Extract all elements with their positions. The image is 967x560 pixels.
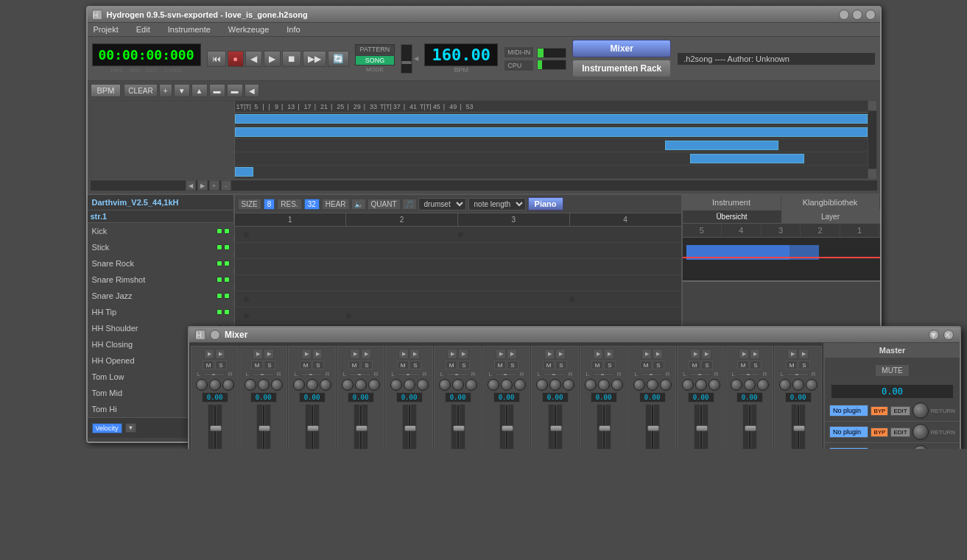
piano-button[interactable]: Piano xyxy=(528,197,563,210)
ch-knob-2[interactable] xyxy=(501,379,513,391)
ch-m-btn[interactable]: M xyxy=(591,361,603,369)
bpm-button[interactable]: BPM xyxy=(91,84,122,97)
ch-m-btn[interactable]: M xyxy=(543,361,555,369)
plugin-edit-3[interactable]: EDIT xyxy=(890,449,910,450)
ch-s-btn[interactable]: S xyxy=(361,361,373,369)
transport-stop[interactable]: ⏹ xyxy=(282,51,301,67)
ch-m-btn[interactable]: M xyxy=(640,361,652,369)
ch-knob-1[interactable] xyxy=(536,379,548,391)
mixer-close[interactable]: ✕ xyxy=(943,330,954,340)
ch-fader[interactable] xyxy=(451,404,465,449)
ch-m-btn[interactable]: M xyxy=(737,361,749,369)
scroll-zoom-out[interactable]: - xyxy=(221,180,231,191)
plugin-edit-1[interactable]: EDIT xyxy=(890,406,910,416)
ch-knob-2[interactable] xyxy=(306,379,318,391)
ch-btn-1[interactable]: ▶ xyxy=(544,349,555,359)
ch-knob-1[interactable] xyxy=(633,379,645,391)
ch-fader[interactable] xyxy=(742,404,757,449)
pattern-mode-btn[interactable]: PATTERN xyxy=(355,44,395,54)
ch-knob-3[interactable] xyxy=(611,379,623,391)
ch-s-btn[interactable]: S xyxy=(555,361,567,369)
ch-s-btn[interactable]: S xyxy=(507,361,518,369)
ch-knob-2[interactable] xyxy=(792,379,804,391)
transport-play[interactable]: ▶ xyxy=(264,51,281,67)
ch-knob-2[interactable] xyxy=(452,379,464,391)
mixer-minimize[interactable] xyxy=(210,330,220,340)
ch-knob-1[interactable] xyxy=(682,379,694,391)
ch-btn-1[interactable]: ▶ xyxy=(301,349,312,359)
ch-fader[interactable] xyxy=(645,404,660,449)
ch-fader[interactable] xyxy=(305,404,320,449)
ch-btn-2[interactable]: ▶ xyxy=(701,349,711,359)
menu-werkzeuge[interactable]: Werkzeuge xyxy=(225,24,272,35)
ch-knob-2[interactable] xyxy=(695,379,707,391)
line-button[interactable]: ▬ xyxy=(209,84,225,97)
ch-knob-2[interactable] xyxy=(209,379,221,391)
plugin-edit-2[interactable]: EDIT xyxy=(890,428,910,437)
line2-button[interactable]: ▬ xyxy=(227,84,243,97)
ch-btn-2[interactable]: ▶ xyxy=(750,349,760,359)
ch-btn-1[interactable]: ▶ xyxy=(641,349,652,359)
ch-m-btn[interactable]: M xyxy=(494,361,506,369)
ch-knob-1[interactable] xyxy=(390,379,402,391)
ch-btn-1[interactable]: ▶ xyxy=(496,349,506,359)
ch-knob-1[interactable] xyxy=(439,379,451,391)
menu-instrumente[interactable]: Instrumente xyxy=(165,24,214,35)
mixer-dropdown[interactable]: ▼ xyxy=(929,330,939,340)
plugin-byp-1[interactable]: BYP xyxy=(871,406,888,416)
ch-btn-2[interactable]: ▶ xyxy=(215,349,225,359)
ch-s-btn[interactable]: S xyxy=(604,361,616,369)
velocity-label[interactable]: Velocity xyxy=(92,423,122,433)
tab-instrument[interactable]: Instrument xyxy=(683,195,781,210)
maximize-button[interactable] xyxy=(852,10,862,20)
transport-back[interactable]: ◀ xyxy=(245,51,262,67)
add-button[interactable]: + xyxy=(159,84,172,97)
ch-btn-2[interactable]: ▶ xyxy=(507,349,517,359)
ch-s-btn[interactable]: S xyxy=(701,361,713,369)
transport-loop[interactable]: 🔄 xyxy=(328,51,349,67)
subtab-ubersicht[interactable]: Übersicht xyxy=(683,210,781,223)
ch-fader[interactable] xyxy=(597,404,611,449)
ch-knob-2[interactable] xyxy=(549,379,561,391)
ch-s-btn[interactable]: S xyxy=(798,361,810,369)
ch-knob-3[interactable] xyxy=(757,379,769,391)
close-button[interactable] xyxy=(865,10,876,20)
ch-knob-2[interactable] xyxy=(404,379,415,391)
ch-m-btn[interactable]: M xyxy=(203,361,214,369)
ch-knob-1[interactable] xyxy=(293,379,305,391)
ch-btn-1[interactable]: ▶ xyxy=(593,349,603,359)
ch-btn-2[interactable]: ▶ xyxy=(653,349,663,359)
clear-button[interactable]: CLEAR xyxy=(124,84,157,97)
ch-knob-3[interactable] xyxy=(708,379,720,391)
ch-m-btn[interactable]: M xyxy=(348,361,360,369)
ch-m-btn[interactable]: M xyxy=(446,361,457,369)
ch-btn-1[interactable]: ▶ xyxy=(690,349,700,359)
minimize-button[interactable] xyxy=(839,10,849,20)
menu-info[interactable]: Info xyxy=(284,24,303,35)
ch-m-btn[interactable]: M xyxy=(786,361,798,369)
ch-btn-2[interactable]: ▶ xyxy=(409,349,420,359)
ch-knob-3[interactable] xyxy=(417,379,429,391)
ch-knob-1[interactable] xyxy=(488,379,499,391)
ch-knob-1[interactable] xyxy=(779,379,791,391)
note-length-select[interactable]: note length xyxy=(468,198,526,210)
ch-fader[interactable] xyxy=(402,404,417,449)
transport-record[interactable]: ● xyxy=(228,51,244,67)
instr-rack-button[interactable]: Instrumenten Rack xyxy=(572,60,671,77)
ch-knob-1[interactable] xyxy=(342,379,354,391)
ch-btn-2[interactable]: ▶ xyxy=(312,349,323,359)
subtab-layer[interactable]: Layer xyxy=(781,210,880,223)
ch-s-btn[interactable]: S xyxy=(312,361,324,369)
velocity-dropdown[interactable]: ▼ xyxy=(125,423,137,433)
plugin-knob-1[interactable] xyxy=(913,403,929,419)
ch-btn-2[interactable]: ▶ xyxy=(361,349,371,359)
beat-dot[interactable] xyxy=(569,297,574,302)
scroll-nav-left[interactable]: ◀ xyxy=(186,180,196,191)
menu-projekt[interactable]: Projekt xyxy=(91,24,122,35)
ch-btn-1[interactable]: ▶ xyxy=(204,349,214,359)
beat-dot-active[interactable] xyxy=(458,232,463,237)
ch-knob-2[interactable] xyxy=(355,379,367,391)
ch-fader[interactable] xyxy=(694,404,708,449)
ch-btn-1[interactable]: ▶ xyxy=(350,349,360,359)
plugin-byp-2[interactable]: BYP xyxy=(871,428,888,437)
